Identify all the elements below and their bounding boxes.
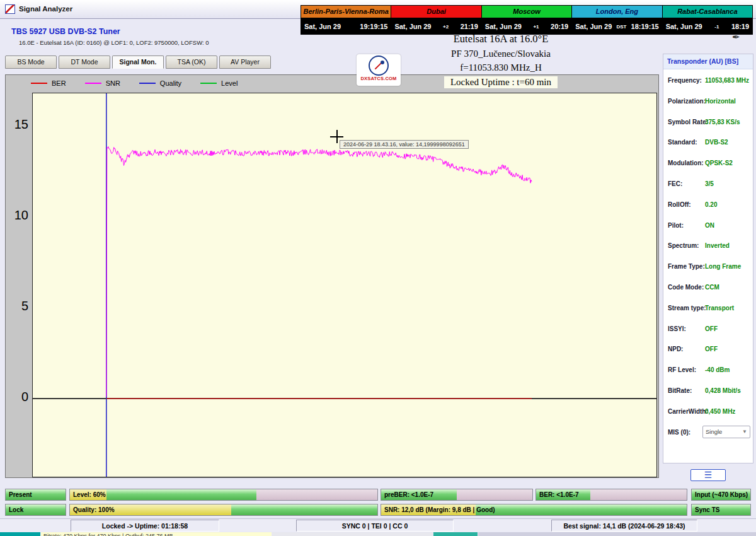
logo-text: DXSATCS.COM	[357, 76, 401, 81]
input-rate-indicator: Input (~470 Kbps)	[691, 489, 751, 501]
sync-ts-indicator: Sync TS	[691, 504, 751, 516]
mode-tab[interactable]: AV Player	[219, 55, 271, 69]
crosshair-cursor-icon	[330, 130, 343, 143]
transponder-row-label: Polarization:	[668, 98, 706, 105]
transponder-row-value: 375,83 KS/s	[705, 119, 740, 125]
clock-city-label: London, Eng	[572, 6, 662, 18]
snr-bar: SNR: 12,0 dB (Margin: 9,8 dB | Good)	[381, 504, 687, 516]
mode-tab[interactable]: Signal Mon.	[112, 55, 164, 69]
clock-time-row: Sat, Jun 29 -1 18:19	[663, 18, 752, 34]
clock-column: Dubai Sat, Jun 29 +2 21:19	[391, 5, 481, 35]
transponder-row: Spectrum: Inverted Inverted ▼	[663, 236, 753, 257]
transponder-row-value: 0,450 MHz	[705, 408, 735, 415]
transponder-row-label: MIS (0):	[668, 429, 690, 436]
legend-line-swatch	[85, 83, 101, 84]
transponder-panel-title: Transponder (AU) [BS]	[663, 54, 753, 69]
transponder-row-label: Frequency:	[668, 77, 702, 84]
level-bar: Level: 60%	[69, 489, 378, 501]
clock-utc-offset: +1	[522, 23, 551, 30]
transponder-row-value: 11053,683 MHz	[705, 77, 749, 84]
clock-time: 20:19	[551, 23, 568, 30]
clipped-teal-cell	[0, 532, 40, 536]
transponder-panel: Transponder (AU) [BS] Frequency: 11053,6…	[663, 54, 753, 463]
frequency-line: f=11053.830 MHz_H	[375, 62, 627, 73]
legend-line-swatch	[139, 83, 156, 84]
transponder-row-label: Code Mode:	[668, 284, 704, 291]
transponder-row-label: Symbol Rate:	[668, 119, 708, 125]
transponder-row-value: Horizontal	[705, 98, 736, 105]
quality-bar: Quality: 100%	[69, 504, 378, 516]
mode-tab[interactable]: TSA (OK)	[166, 55, 217, 69]
y-tick-label: 5	[6, 299, 28, 313]
transponder-row-label: Frame Type:	[668, 263, 705, 270]
clock-time-row: Sat, Jun 29 +1 20:19	[482, 18, 571, 34]
signal-analyzer-window: Signal Analyzer Berlin-Paris-Vienna-Roma…	[0, 0, 756, 536]
mode-tabs: BS Mode DT Mode Signal Mon. TSA (OK) AV …	[5, 55, 271, 69]
locked-uptime-line: Locked Uptime : t=60 min	[444, 76, 558, 88]
clock-time-row: Sat, Jun 29 +2 21:19	[391, 18, 481, 34]
transponder-row-value: OFF	[705, 325, 718, 332]
app-icon	[5, 4, 15, 14]
transponder-row: MIS (0): Single Single ▼	[663, 422, 753, 443]
transponder-row-label: BitRate:	[668, 387, 692, 394]
transponder-row-label: ISSYI:	[668, 325, 686, 332]
legend-label: Level	[221, 79, 238, 87]
clipped-grey-cell-2	[478, 532, 756, 536]
lock-label: Lock	[9, 506, 23, 513]
clock-time: 18:19	[731, 23, 749, 30]
transponder-row-value: OFF	[705, 346, 718, 352]
clock-time: 19:19:15	[360, 23, 387, 30]
clock-date: Sat, Jun 29	[304, 23, 341, 30]
transponder-row: Pilot: ON ON ▼	[663, 216, 753, 236]
clipped-bitrate-cell: Bitrate: 470 Kbps for 470 Kbps | Outbuf:…	[41, 532, 272, 536]
legend-label: Quality	[160, 79, 181, 87]
window-title: Signal Analyzer	[19, 5, 72, 13]
legend-label: BER	[52, 79, 66, 87]
mode-tab[interactable]: BS Mode	[5, 55, 57, 69]
list-button[interactable]: ☰	[690, 469, 726, 481]
legend-item: Quality	[139, 79, 181, 87]
satellite-overlay-text: Eutelsat 16A at 16.0°E PF 370_Lučenec/Sl…	[375, 33, 627, 88]
clock-city-label: Dubai	[391, 6, 481, 18]
transponder-row: Standard: DVB-S2 DVB-S2 ▼	[663, 132, 753, 153]
transponder-row-label: CarrierWidth:	[668, 408, 708, 415]
transponder-row-label: RF Level:	[668, 366, 696, 373]
clock-time-row: Sat, Jun 29 DST 18:19:15	[572, 18, 662, 34]
level-label: Level: 60%	[73, 491, 106, 498]
clock-utc-offset: +2	[431, 23, 460, 30]
chevron-down-icon: ▼	[742, 429, 747, 434]
plot-area[interactable]	[32, 93, 657, 477]
transponder-row-value: 3/5	[705, 180, 714, 187]
transponder-row: Frame Type: Long Frame Long Frame ▼	[663, 257, 753, 277]
clock-city-label: Berlin-Paris-Vienna-Roma	[301, 6, 391, 18]
y-tick-label: 15	[6, 117, 28, 132]
transponder-row-value: Transport	[705, 305, 734, 312]
transponder-row: NPD: OFF OFF ▼	[663, 339, 753, 360]
transponder-row-value: 0.20	[705, 201, 717, 208]
transponder-row: Symbol Rate: 375,83 KS/s 375,83 KS/s ▼	[663, 112, 753, 133]
legend-line-swatch	[200, 83, 217, 84]
mis-select[interactable]: Single ▼	[702, 426, 750, 438]
clock-column: Moscow Sat, Jun 29 +1 20:19	[481, 5, 572, 35]
mode-tab[interactable]: DT Mode	[59, 55, 110, 69]
transponder-row: CarrierWidth: 0,450 MHz 0,450 MHz ▼	[663, 402, 753, 422]
clipped-bottom-row: Bitrate: 470 Kbps for 470 Kbps | Outbuf:…	[0, 532, 756, 536]
sync-ts-label: Sync TS	[695, 506, 719, 513]
transponder-row: ISSYI: OFF OFF ▼	[663, 319, 753, 340]
sync-counters-status: SYNC 0 | TEI 0 | CC 0	[296, 520, 454, 532]
preber-bar: preBER: <1.0E-7	[381, 489, 533, 501]
clock-date: Sat, Jun 29	[485, 23, 522, 30]
tuner-detail: 16.0E - Eutelsat 16A (ID: 0160) @ LOF1: …	[19, 39, 209, 46]
transponder-row-value: CCM	[705, 284, 719, 291]
antenna-icon	[369, 55, 389, 76]
transponder-row: Code Mode: CCM CCM ▼	[663, 277, 753, 298]
quality-label: Quality: 100%	[73, 506, 115, 513]
lock-indicator: Lock	[5, 504, 66, 516]
clock-date: Sat, Jun 29	[666, 23, 702, 30]
y-tick-label: 10	[6, 208, 28, 223]
status-bar: Locked -> Uptime: 01:18:58 SYNC 0 | TEI …	[0, 518, 756, 532]
clock-date: Sat, Jun 29	[394, 23, 431, 30]
tuner-name: TBS 5927 USB DVB-S2 Tuner	[11, 27, 120, 36]
clock-utc-offset: DST	[612, 23, 631, 30]
chart-legend: BER SNR Quality Level	[31, 77, 238, 90]
